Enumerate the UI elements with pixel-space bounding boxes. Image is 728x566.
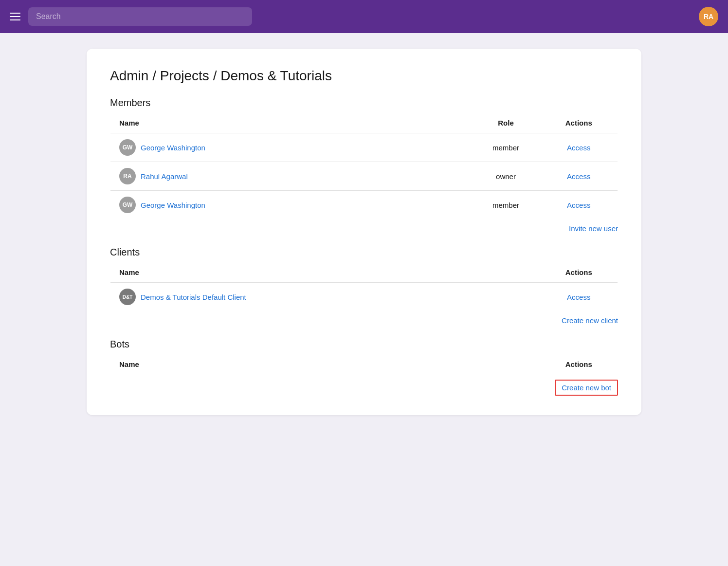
app-header: RA (0, 0, 728, 33)
clients-table-header: Name Actions (110, 262, 618, 283)
invite-new-user-link[interactable]: Invite new user (569, 224, 618, 233)
member-cell: GW George Washington (119, 197, 463, 213)
members-col-name: Name (110, 113, 472, 133)
clients-section-title: Clients (110, 247, 618, 258)
members-col-actions: Actions (540, 113, 618, 133)
access-link[interactable]: Access (567, 293, 590, 301)
member-role: owner (472, 162, 540, 191)
table-row: GW George Washington member Access (110, 191, 618, 219)
avatar: GW (119, 139, 136, 156)
member-action-cell: Access (540, 162, 618, 191)
member-name-link[interactable]: George Washington (141, 201, 205, 209)
create-new-bot-link[interactable]: Create new bot (555, 380, 618, 396)
member-name-link[interactable]: Rahul Agarwal (141, 172, 188, 181)
main-content: Admin / Projects / Demos & Tutorials Mem… (0, 33, 728, 431)
access-link[interactable]: Access (567, 172, 590, 181)
member-action-cell: Access (540, 191, 618, 219)
avatar: GW (119, 197, 136, 213)
invite-new-user-container: Invite new user (110, 219, 618, 233)
bots-section-title: Bots (110, 339, 618, 350)
content-card: Admin / Projects / Demos & Tutorials Mem… (87, 49, 641, 415)
member-role: member (472, 133, 540, 162)
table-row: D&T Demos & Tutorials Default Client Acc… (110, 283, 618, 311)
bots-table: Name Actions (110, 354, 618, 375)
clients-col-actions: Actions (540, 262, 618, 283)
access-link[interactable]: Access (567, 201, 590, 209)
client-action-cell: Access (540, 283, 618, 311)
avatar: D&T (119, 289, 136, 305)
table-row: RA Rahul Agarwal owner Access (110, 162, 618, 191)
create-new-bot-container: Create new bot (110, 375, 618, 396)
menu-button[interactable] (10, 13, 20, 20)
members-table: Name Role Actions GW George Washington m… (110, 112, 618, 219)
table-row: GW George Washington member Access (110, 133, 618, 162)
avatar: RA (119, 168, 136, 184)
create-new-client-link[interactable]: Create new client (562, 316, 618, 325)
create-new-client-container: Create new client (110, 311, 618, 325)
bots-col-name: Name (110, 354, 540, 375)
member-name-link[interactable]: George Washington (141, 144, 205, 152)
client-name-link[interactable]: Demos & Tutorials Default Client (141, 293, 246, 301)
clients-table: Name Actions D&T Demos & Tutorials Defau… (110, 262, 618, 311)
search-input[interactable] (28, 7, 252, 26)
page-title: Admin / Projects / Demos & Tutorials (110, 68, 618, 84)
members-section-title: Members (110, 97, 618, 109)
bots-col-actions: Actions (540, 354, 618, 375)
member-cell: RA Rahul Agarwal (119, 168, 463, 184)
member-role: member (472, 191, 540, 219)
members-col-role: Role (472, 113, 540, 133)
member-cell: GW George Washington (119, 139, 463, 156)
clients-col-name: Name (110, 262, 540, 283)
user-avatar[interactable]: RA (699, 7, 718, 26)
client-cell: D&T Demos & Tutorials Default Client (119, 289, 531, 305)
bots-table-header: Name Actions (110, 354, 618, 375)
member-action-cell: Access (540, 133, 618, 162)
access-link[interactable]: Access (567, 144, 590, 152)
members-table-header: Name Role Actions (110, 113, 618, 133)
